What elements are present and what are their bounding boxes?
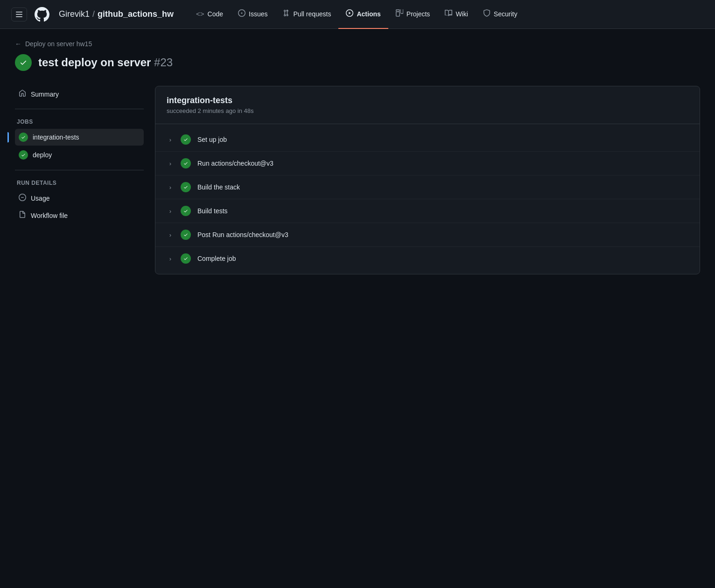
tab-pull-requests[interactable]: Pull requests <box>275 0 339 29</box>
issues-icon <box>238 9 245 18</box>
step-set-up-job[interactable]: › Set up job <box>155 128 700 152</box>
run-title: test deploy on server #23 <box>15 54 700 71</box>
run-status-badge <box>15 54 32 71</box>
step-run-checkout[interactable]: › Run actions/checkout@v3 <box>155 152 700 175</box>
tab-code-label: Code <box>208 10 223 18</box>
job-status-icon-integration <box>19 133 28 142</box>
step-label-run-checkout: Run actions/checkout@v3 <box>197 160 273 167</box>
chevron-icon: › <box>167 231 174 238</box>
projects-icon <box>396 9 403 18</box>
job-label-integration-tests: integration-tests <box>33 133 79 141</box>
run-details-section-label: Run details <box>15 180 144 186</box>
code-icon: <> <box>196 10 204 18</box>
step-build-stack[interactable]: › Build the stack <box>155 175 700 199</box>
hamburger-button[interactable] <box>11 7 27 21</box>
wiki-icon <box>445 9 452 18</box>
chevron-icon: › <box>167 160 174 167</box>
tab-actions[interactable]: Actions <box>338 0 388 29</box>
step-status-run-checkout <box>181 158 191 168</box>
github-logo <box>35 7 49 22</box>
home-icon <box>19 90 26 98</box>
repo-name[interactable]: github_actions_hw <box>98 9 174 19</box>
step-post-run-checkout[interactable]: › Post Run actions/checkout@v3 <box>155 223 700 247</box>
job-status-icon-deploy <box>19 150 28 160</box>
step-list: › Set up job › Run actions/checkout@v3 <box>155 124 700 274</box>
tab-issues[interactable]: Issues <box>231 0 275 29</box>
workflow-file-icon <box>19 211 26 220</box>
two-col-layout: Summary Jobs integration-tests deploy Ru… <box>15 86 700 274</box>
step-label-build-tests: Build tests <box>197 207 228 215</box>
step-label-post-run-checkout: Post Run actions/checkout@v3 <box>197 231 288 238</box>
repo-tabs: <> Code Issues Pull requests Actions P <box>189 0 525 29</box>
tab-wiki[interactable]: Wiki <box>437 0 475 29</box>
tab-code[interactable]: <> Code <box>189 0 231 29</box>
step-status-set-up-job <box>181 134 191 145</box>
job-label-deploy: deploy <box>33 151 52 159</box>
sidebar-item-integration-tests[interactable]: integration-tests <box>15 129 144 146</box>
step-status-post-run-checkout <box>181 230 191 240</box>
tab-actions-label: Actions <box>357 10 380 18</box>
chevron-icon: › <box>167 255 174 262</box>
tab-projects-label: Projects <box>407 10 430 18</box>
step-complete-job[interactable]: › Complete job <box>155 247 700 270</box>
sidebar-item-workflow-file[interactable]: Workflow file <box>15 207 144 224</box>
tab-wiki-label: Wiki <box>456 10 468 18</box>
tab-security-label: Security <box>494 10 518 18</box>
usage-icon <box>19 194 26 203</box>
step-status-complete-job <box>181 253 191 264</box>
repo-owner[interactable]: Girevik1 <box>59 9 90 19</box>
main-panel: integration-tests succeeded 2 minutes ag… <box>155 86 700 274</box>
actions-icon <box>346 9 353 18</box>
sidebar-item-deploy[interactable]: deploy <box>15 147 144 163</box>
repo-breadcrumb: Girevik1 / github_actions_hw <box>59 9 174 19</box>
back-nav-label: Deploy on server hw15 <box>25 40 92 48</box>
step-label-set-up-job: Set up job <box>197 136 227 143</box>
back-nav[interactable]: ← Deploy on server hw15 <box>15 40 700 48</box>
sidebar: Summary Jobs integration-tests deploy Ru… <box>15 86 155 274</box>
tab-security[interactable]: Security <box>476 0 525 29</box>
tab-pr-label: Pull requests <box>294 10 331 18</box>
sidebar-usage-label: Usage <box>31 195 49 202</box>
chevron-icon: › <box>167 184 174 191</box>
chevron-icon: › <box>167 136 174 143</box>
step-status-build-tests <box>181 206 191 216</box>
step-label-complete-job: Complete job <box>197 255 236 262</box>
run-name: test deploy on server #23 <box>38 56 173 69</box>
jobs-section-label: Jobs <box>15 119 144 125</box>
panel-header: integration-tests succeeded 2 minutes ag… <box>155 86 700 124</box>
sidebar-workflow-file-label: Workflow file <box>31 212 68 219</box>
back-arrow-icon: ← <box>15 40 21 48</box>
top-nav: Girevik1 / github_actions_hw <> Code Iss… <box>0 0 715 29</box>
tab-issues-label: Issues <box>249 10 267 18</box>
step-build-tests[interactable]: › Build tests <box>155 199 700 223</box>
chevron-icon: › <box>167 208 174 215</box>
panel-subtitle: succeeded 2 minutes ago in 48s <box>167 107 688 114</box>
sidebar-item-summary[interactable]: Summary <box>15 86 144 102</box>
security-icon <box>483 9 491 18</box>
tab-projects[interactable]: Projects <box>388 0 438 29</box>
sidebar-item-usage[interactable]: Usage <box>15 190 144 206</box>
sidebar-summary-label: Summary <box>31 91 59 98</box>
sidebar-divider-1 <box>15 109 144 109</box>
main-content: ← Deploy on server hw15 test deploy on s… <box>0 29 715 286</box>
step-status-build-stack <box>181 182 191 192</box>
panel-title: integration-tests <box>167 96 688 105</box>
step-label-build-stack: Build the stack <box>197 183 240 191</box>
pr-icon <box>283 9 290 18</box>
sidebar-divider-2 <box>15 170 144 170</box>
breadcrumb-separator: / <box>92 9 95 19</box>
